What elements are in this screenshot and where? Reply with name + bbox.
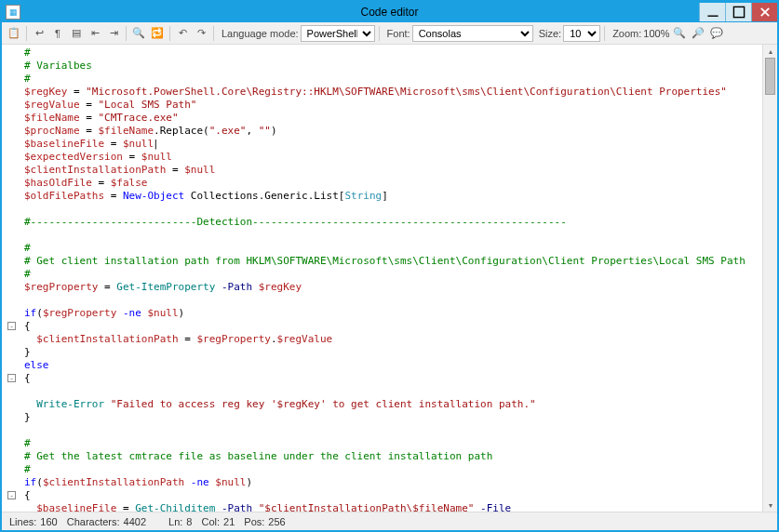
code-area[interactable]: ## Varialbes#$regKey = "Microsoft.PowerS… [20,45,762,512]
code-line[interactable]: # Varialbes [24,60,762,73]
code-line[interactable] [24,203,762,216]
svg-rect-1 [733,7,744,17]
redo-button[interactable]: ↷ [193,25,209,42]
zoom-out-button[interactable]: 🔍 [671,25,688,42]
window: ▦ Code editor 📋 ↩ ¶ ▤ ⇤ ⇥ 🔍 🔁 ↶ ↷ Langua… [0,0,779,532]
window-controls [699,3,777,21]
maximize-button[interactable] [725,3,751,21]
code-line[interactable]: $regValue = "Local SMS Path" [24,99,762,112]
outdent-button[interactable]: ⇤ [87,25,103,42]
code-line[interactable]: else [24,359,762,372]
code-line[interactable] [24,229,762,242]
close-icon [759,6,772,19]
code-line[interactable]: $fileName = "CMTrace.exe" [24,112,762,125]
fold-toggle[interactable]: - [7,374,16,382]
code-line[interactable]: # [24,47,762,60]
vertical-scrollbar[interactable]: ▴ ▾ [762,45,777,512]
speech-icon: 💬 [710,27,723,39]
code-line[interactable] [24,385,762,398]
feedback-button[interactable]: 💬 [708,25,725,42]
code-line[interactable] [24,294,762,307]
separator [169,26,170,41]
lines-label: Lines: [9,516,36,527]
clipboard-icon: 📋 [7,27,20,39]
code-line[interactable]: } [24,411,762,424]
indent-icon: ⇥ [110,27,118,39]
code-line[interactable]: $baselineFile = Get-Childitem -Path "$cl… [24,502,762,512]
size-select[interactable]: 10 [563,25,600,42]
close-button[interactable] [751,3,777,21]
wrap-icon: ↩ [35,27,44,39]
col-label: Col: [201,516,220,527]
font-select[interactable]: Consolas [412,25,533,42]
chars-value: 4402 [124,516,146,527]
col-value: 21 [223,516,235,527]
code-line[interactable]: $hasOldFile = $false [24,177,762,190]
lines-value: 160 [40,516,57,527]
code-line[interactable]: $clientInstallationPath = $null [24,164,762,177]
pos-value: 256 [268,516,285,527]
code-line[interactable]: $clientInstallationPath = $regProperty.$… [24,333,762,346]
outdent-icon: ⇤ [91,27,100,39]
toolbar: 📋 ↩ ¶ ▤ ⇤ ⇥ 🔍 🔁 ↶ ↷ Language mode: Power… [2,22,777,45]
separator [26,26,27,41]
code-line[interactable]: if($regProperty -ne $null) [24,307,762,320]
code-line[interactable]: # [24,73,762,86]
zoom-in-icon: 🔎 [692,27,705,39]
replace-button[interactable]: 🔁 [149,25,166,42]
font-label: Font: [387,28,410,39]
separator [604,26,605,41]
code-line[interactable]: # [24,437,762,450]
code-line[interactable]: # [24,463,762,476]
indent-button[interactable]: ⇥ [105,25,122,42]
language-select[interactable]: PowerShell [301,25,375,42]
code-line[interactable]: } [24,346,762,359]
code-line[interactable]: Write-Error "Failed to access reg key '$… [24,398,762,411]
grid-icon: ▤ [72,27,81,39]
code-line[interactable]: # [24,242,762,255]
editor: ------ ## Varialbes#$regKey = "Microsoft… [2,45,777,512]
code-line[interactable]: # [24,268,762,281]
indent-guides-button[interactable]: ▤ [68,25,85,42]
code-line[interactable]: { [24,489,762,502]
separator [213,26,214,41]
zoom-in-button[interactable]: 🔎 [690,25,706,42]
search-icon: 🔍 [132,27,145,39]
code-line[interactable]: # Get the latest cmtrace file as baselin… [24,450,762,463]
paste-button[interactable]: 📋 [6,25,22,42]
zoom-label: Zoom: [612,28,641,39]
undo-button[interactable]: ↶ [174,25,191,42]
find-button[interactable]: 🔍 [130,25,147,42]
code-line[interactable]: if($clientInstallationPath -ne $null) [24,476,762,489]
code-line[interactable]: { [24,320,762,333]
minimize-button[interactable] [699,3,725,21]
fold-toggle[interactable]: - [7,491,16,499]
app-icon: ▦ [6,5,20,20]
code-line[interactable]: $regProperty = Get-ItemProperty -Path $r… [24,281,762,294]
code-line[interactable]: #---------------------------Detection---… [24,216,762,229]
code-line[interactable]: $baselineFile = $null| [24,138,762,151]
scroll-up-icon[interactable]: ▴ [763,45,777,58]
code-line[interactable]: $oldFilePaths = New-Object Collections.G… [24,190,762,203]
code-line[interactable]: $expectedVersion = $null [24,151,762,164]
fold-toggle[interactable]: - [7,322,16,330]
scrollbar-thumb[interactable] [765,58,775,95]
ln-label: Ln: [168,516,182,527]
whitespace-button[interactable]: ¶ [49,25,66,42]
code-line[interactable]: { [24,372,762,385]
wordwrap-button[interactable]: ↩ [31,25,47,42]
ln-value: 8 [186,516,192,527]
titlebar[interactable]: ▦ Code editor [2,2,777,22]
fold-gutter[interactable]: ------ [2,45,20,512]
whitespace-icon: ¶ [55,28,60,39]
pos-label: Pos: [244,516,264,527]
code-line[interactable]: $procName = $fileName.Replace(".exe", ""… [24,125,762,138]
code-line[interactable]: # Get client installation path from HKLM… [24,255,762,268]
code-line[interactable]: $regKey = "Microsoft.PowerShell.Core\Reg… [24,86,762,99]
zoom-value: 100% [643,28,669,39]
separator [379,26,380,41]
code-line[interactable] [24,424,762,437]
maximize-icon [732,6,745,19]
scroll-down-icon[interactable]: ▾ [763,499,777,512]
minimize-icon [706,6,719,19]
